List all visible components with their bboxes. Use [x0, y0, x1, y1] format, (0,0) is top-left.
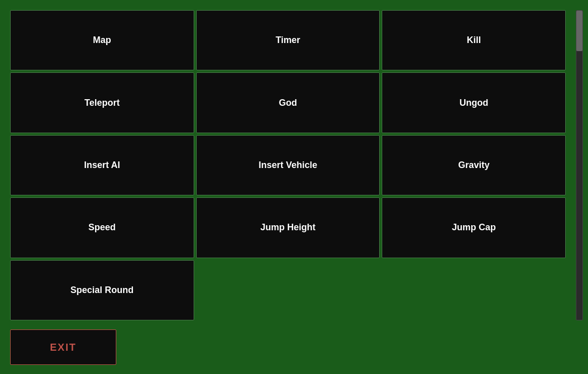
- main-container: Map Timer Kill Teleport God Ungod Insert…: [0, 0, 588, 374]
- insert-vehicle-button[interactable]: Insert Vehicle: [196, 135, 380, 195]
- exit-button[interactable]: EXIT: [10, 329, 116, 365]
- kill-button[interactable]: Kill: [382, 10, 566, 70]
- grid-area: Map Timer Kill Teleport God Ungod Insert…: [5, 5, 576, 325]
- timer-button[interactable]: Timer: [196, 10, 380, 70]
- empty-cell-2: [382, 260, 566, 320]
- ungod-label: Ungod: [455, 93, 493, 113]
- ungod-button[interactable]: Ungod: [382, 72, 566, 133]
- god-label: God: [274, 93, 302, 113]
- gravity-label: Gravity: [453, 155, 494, 176]
- bottom-bar: EXIT: [5, 325, 583, 369]
- jump-height-button[interactable]: Jump Height: [196, 197, 380, 258]
- map-button[interactable]: Map: [10, 10, 194, 70]
- teleport-label: Teleport: [79, 93, 125, 113]
- teleport-button[interactable]: Teleport: [10, 72, 194, 133]
- jump-height-label: Jump Height: [255, 217, 321, 238]
- grid-wrapper: Map Timer Kill Teleport God Ungod Insert…: [5, 5, 583, 325]
- jump-cap-button[interactable]: Jump Cap: [382, 197, 566, 258]
- special-round-button[interactable]: Special Round: [10, 260, 194, 320]
- timer-label: Timer: [270, 30, 305, 51]
- kill-label: Kill: [462, 30, 486, 51]
- empty-cell-1: [196, 260, 380, 320]
- map-label: Map: [88, 30, 116, 51]
- jump-cap-label: Jump Cap: [447, 217, 501, 238]
- scrollbar[interactable]: [576, 10, 583, 320]
- speed-label: Speed: [83, 217, 121, 238]
- scrollbar-thumb: [576, 11, 582, 51]
- insert-ai-label: Insert AI: [79, 155, 125, 176]
- god-button[interactable]: God: [196, 72, 380, 133]
- insert-ai-button[interactable]: Insert AI: [10, 135, 194, 195]
- special-round-label: Special Round: [65, 280, 139, 301]
- speed-button[interactable]: Speed: [10, 197, 194, 258]
- insert-vehicle-label: Insert Vehicle: [253, 155, 322, 176]
- gravity-button[interactable]: Gravity: [382, 135, 566, 195]
